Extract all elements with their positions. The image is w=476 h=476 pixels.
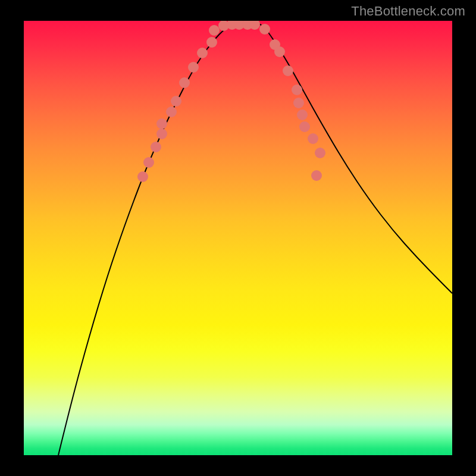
- highlight-dot: [311, 170, 322, 181]
- highlight-dot: [206, 37, 217, 48]
- watermark-label: TheBottleneck.com: [351, 4, 465, 19]
- highlight-dot: [292, 84, 302, 95]
- highlight-dots: [137, 21, 325, 182]
- highlight-dot: [156, 129, 167, 139]
- chart-frame: TheBottleneck.com: [0, 0, 476, 476]
- highlight-dot: [293, 98, 304, 108]
- highlight-dot: [308, 133, 318, 144]
- highlight-dot: [137, 171, 148, 182]
- highlight-dot: [259, 24, 270, 35]
- bottleneck-curve: [58, 22, 452, 455]
- highlight-dot: [179, 77, 190, 88]
- highlight-dot: [283, 65, 293, 76]
- chart-svg: [24, 21, 452, 455]
- highlight-dot: [197, 48, 208, 58]
- highlight-dot: [166, 107, 177, 117]
- highlight-dot: [209, 25, 220, 36]
- highlight-dot: [171, 96, 181, 107]
- plot-area: [24, 21, 452, 455]
- highlight-dot: [143, 157, 154, 168]
- highlight-dot: [274, 46, 285, 57]
- highlight-dot: [299, 121, 310, 132]
- highlight-dot: [315, 148, 325, 158]
- highlight-dot: [188, 62, 199, 73]
- highlight-dot: [151, 142, 161, 152]
- highlight-dot: [156, 118, 167, 129]
- highlight-dot: [297, 109, 308, 120]
